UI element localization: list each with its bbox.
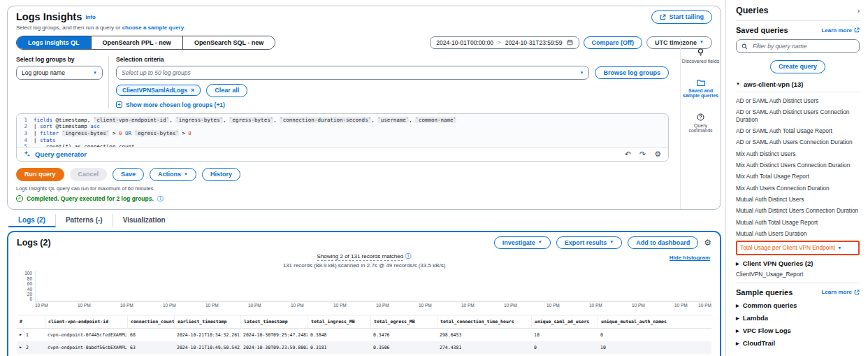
date-range-picker[interactable]: 2024-10-01T00:00:00 > 2024-10-31T23:59:5… [430, 36, 579, 49]
rail-query-commands[interactable]: Query commands [682, 113, 720, 133]
column-header-client-vpn-endpoint-id[interactable]: client-vpn-endpoint-id [45, 315, 127, 328]
query-code-area[interactable]: 1fields @timestamp, `client-vpn-endpoint… [17, 114, 668, 147]
records-histogram: 100806040200 [17, 271, 711, 301]
run-query-button[interactable]: Run query [16, 168, 64, 181]
column-header-total-ingress-mb[interactable]: total_ingress_MB [308, 315, 370, 328]
undo-icon[interactable]: ↶ [625, 150, 631, 158]
table-cell: 0 [598, 329, 674, 341]
redo-icon[interactable]: ↷ [639, 150, 646, 158]
column-header-unique-saml-ad-users[interactable]: unique_saml_ad_users [531, 315, 598, 328]
chevron-down-icon: ▼ [93, 71, 97, 75]
saved-query-item[interactable]: Mutual Auth Distinct Users Connection Du… [736, 205, 860, 216]
select-by-label: Select log groups by [16, 56, 103, 63]
x-tick-label: 10 PM [461, 303, 475, 308]
select-by-dropdown[interactable]: Log group name ▼ [16, 66, 103, 80]
question-circle-icon [697, 113, 704, 121]
tab-visualization[interactable]: Visualization [113, 214, 175, 227]
browse-log-groups-button[interactable]: Browse log groups [595, 66, 669, 80]
tab-logs[interactable]: Logs (2) [8, 214, 56, 227]
start-tailing-button[interactable]: Start tailing [651, 10, 712, 24]
code-text: count(*) as connection_count [34, 143, 135, 147]
column-header-earliest-timestamp[interactable]: earliest_timestamp [174, 315, 240, 328]
saved-query-item[interactable]: AD or SAML Auth Users Connection Duratio… [736, 136, 860, 148]
investigate-button[interactable]: Investigate ▼ [494, 236, 551, 250]
table-row[interactable]: ▶2cvpn-endpoint-0abdf56cbEXAMPLE632024-1… [17, 341, 711, 354]
info-circle-icon[interactable]: ⓘ [157, 194, 164, 204]
collapse-panel-icon[interactable]: › [858, 7, 860, 15]
history-button[interactable]: History [202, 168, 240, 181]
row-index-cell: ▶1 [17, 329, 45, 341]
sample-section-lambda[interactable]: ▶Lambda [736, 312, 860, 325]
table-cell: 0.3181 [308, 341, 370, 354]
tab-patterns[interactable]: Patterns (-) [56, 214, 113, 227]
learn-more-link[interactable]: Learn more [821, 27, 860, 34]
column-header-unique-mutual-auth-names[interactable]: unique_mutual_auth_names [598, 315, 674, 328]
saved-query-item[interactable]: AD or SAML Auth Total Usage Report [736, 125, 860, 136]
column-header-total-egress-mb[interactable]: total_egress_MB [370, 315, 437, 328]
expand-row-icon[interactable]: ▶ [20, 345, 22, 349]
saved-query-item[interactable]: Mix Auth Users Connection Duration [736, 183, 860, 194]
saved-query-item[interactable]: AD or SAML Auth Distinct Users Connectio… [736, 106, 860, 125]
expand-row-icon[interactable]: ▶ [20, 332, 22, 336]
sparkle-icon [24, 150, 31, 157]
saved-query-item[interactable]: ClientVPN_Usage_Report [736, 271, 860, 278]
actions-dropdown-button[interactable]: Actions ▼ [150, 168, 196, 181]
learn-more-link[interactable]: Learn more [821, 289, 860, 295]
saved-query-item[interactable]: Mutual Auth Users Duration [736, 228, 860, 239]
column-header-[interactable]: # [17, 315, 45, 328]
create-query-button[interactable]: Create query [770, 60, 825, 73]
chevron-down-icon: ▼ [736, 82, 740, 86]
logs-insights-page: { "colors": { "accent": "#0972d3", "run_… [0, 0, 868, 356]
page-title: Logs Insights [16, 11, 82, 22]
saved-query-item[interactable]: Mix Auth Total Usage Report [736, 171, 860, 182]
compare-button[interactable]: Compare (Off) [584, 36, 643, 50]
saved-query-item[interactable]: Mutual Auth Distinct Users [736, 194, 860, 205]
column-header-total-connection-time-hours[interactable]: total_connection_time_hours [437, 315, 531, 328]
code-line: 4| stats [17, 137, 668, 144]
x-tick-label: 10 PM [504, 303, 517, 308]
sample-query-link[interactable]: choose a sample query [122, 24, 184, 31]
tab-opensearch-sql[interactable]: OpenSearch SQL - new [182, 36, 275, 49]
tab-logs-insights-ql[interactable]: Logs Insights QL [17, 36, 91, 49]
tab-opensearch-ppl[interactable]: OpenSearch PPL - new [91, 36, 182, 49]
query-generator-button[interactable]: Query generator [24, 150, 87, 158]
gear-icon[interactable]: ⚙ [654, 150, 661, 158]
saved-query-item[interactable]: Mix Auth Distinct Users Connection Durat… [736, 159, 860, 171]
rail-saved-sample-queries[interactable]: Saved and sample queries [682, 79, 720, 98]
saved-query-group-header[interactable]: ▼ aws-client-vpn (13) [736, 80, 860, 92]
sample-section-cloudtrail[interactable]: ▶CloudTrail [736, 337, 860, 350]
table-cell: 68 [127, 329, 174, 341]
table-row[interactable]: ▶1cvpn-endpoint-0f445cfedEXAMPLE682024-1… [17, 329, 711, 341]
x-tick-label: 10 PM [35, 303, 48, 308]
client-vpn-queries-header[interactable]: ▶ Client VPN Queries (2) [736, 259, 860, 267]
column-header-connection-count[interactable]: connection_count [127, 315, 174, 328]
clear-all-button[interactable]: Clear all [206, 84, 247, 97]
saved-query-item-highlighted[interactable]: Total Usage per Client VPN Endpoint● [736, 241, 860, 255]
info-link[interactable]: Info [85, 14, 96, 20]
add-to-dashboard-button[interactable]: Add to dashboard [628, 236, 698, 250]
sample-section-common-queries[interactable]: ▶Common queries [736, 299, 860, 312]
rail-discovered-fields[interactable]: Discovered fields [682, 48, 720, 64]
close-icon[interactable]: × [191, 87, 194, 94]
gear-icon[interactable]: ⚙ [704, 238, 711, 247]
hide-histogram-link[interactable]: Hide histogram [670, 255, 710, 261]
highlighted-query-label: Total Usage per Client VPN Endpoint [740, 244, 835, 251]
column-header-latest-timestamp[interactable]: latest_timestamp [240, 315, 308, 328]
sample-section-vpc-flow-logs[interactable]: ▶VPC Flow Logs [736, 325, 860, 337]
criteria-label: Selection criteria [116, 56, 669, 63]
saved-query-item[interactable]: Mutual Auth Total Usage Report [736, 217, 860, 228]
saved-query-item[interactable]: AD or SAML Auth Distinct Users [736, 95, 860, 106]
show-more-log-groups-link[interactable]: + Show more chosen log groups (+1) [116, 101, 669, 108]
filter-query-input[interactable] [751, 42, 854, 50]
x-tick-label: 10 PM [547, 303, 560, 308]
histogram-plot[interactable] [35, 271, 711, 301]
y-tick-label: 20 [27, 292, 32, 297]
saved-query-item[interactable]: Mix Auth Distinct Users [736, 148, 860, 159]
log-group-select[interactable]: Select up to 50 log groups ▼ [116, 66, 589, 80]
query-filter-search[interactable] [736, 39, 860, 53]
row-index-cell: ▶2 [17, 341, 45, 354]
save-button[interactable]: Save [113, 168, 144, 181]
log-group-chip[interactable]: ClientVPNSamlAdLogs × [116, 85, 201, 96]
info-circle-icon[interactable]: ⓘ [405, 252, 411, 259]
export-results-button[interactable]: Export results ▼ [556, 236, 622, 250]
